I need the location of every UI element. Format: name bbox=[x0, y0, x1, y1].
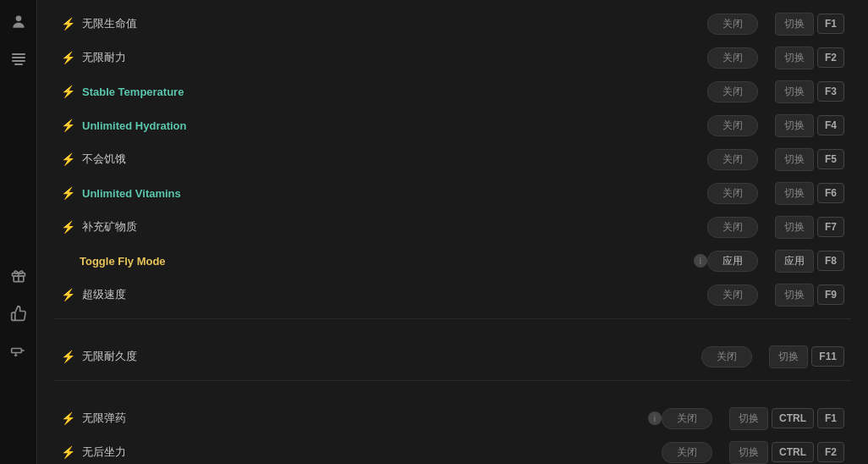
sidebar bbox=[0, 0, 37, 464]
toggle-btn-unlimited-hydration[interactable]: 切换 bbox=[775, 114, 814, 137]
toggle-btn-super-speed[interactable]: 切换 bbox=[775, 284, 814, 307]
toggle-btn-no-hunger[interactable]: 切换 bbox=[775, 148, 814, 171]
bolt-icon: ⚡ bbox=[61, 412, 75, 425]
key-group-stable-temperature: 切换 F3 bbox=[775, 80, 844, 103]
bolt-icon: ⚡ bbox=[61, 445, 75, 459]
key-btn-f9[interactable]: F9 bbox=[817, 284, 844, 305]
toggle-btn-stable-temperature[interactable]: 切换 bbox=[775, 80, 814, 103]
key-btn-f2[interactable]: F2 bbox=[817, 47, 844, 68]
status-badge-stable-temperature[interactable]: 关闭 bbox=[707, 81, 758, 102]
toggle-btn-unlimited-ammo[interactable]: 切换 bbox=[729, 407, 768, 430]
sidebar-icon-thumb[interactable] bbox=[5, 300, 32, 327]
status-badge-unlimited-stamina[interactable]: 关闭 bbox=[707, 47, 758, 69]
cheat-name-unlimited-health: 无限生命值 bbox=[82, 16, 707, 31]
section-survival: ⚡ 无限生命值 关闭 切换 F1 ⚡ 无限耐力 关闭 切换 F2 ⚡ Stabl… bbox=[54, 0, 851, 319]
key-group-unlimited-vitamins: 切换 F6 bbox=[775, 182, 844, 205]
key-btn-f1-health[interactable]: F1 bbox=[817, 14, 844, 34]
status-badge-unlimited-vitamins[interactable]: 关闭 bbox=[707, 183, 758, 204]
key-group-unlimited-ammo: 切换 CTRL F1 bbox=[729, 407, 844, 430]
bolt-icon: ⚡ bbox=[61, 186, 75, 200]
cheat-name-unlimited-durability: 无限耐久度 bbox=[82, 349, 701, 364]
key-btn-f11[interactable]: F11 bbox=[811, 346, 844, 367]
status-badge-no-recoil[interactable]: 关闭 bbox=[662, 442, 712, 463]
cheat-name-no-hunger: 不会饥饿 bbox=[82, 152, 707, 167]
row-unlimited-stamina: ⚡ 无限耐力 关闭 切换 F2 bbox=[54, 41, 851, 75]
status-badge-minerals[interactable]: 关闭 bbox=[707, 217, 758, 238]
key-group-minerals: 切换 F7 bbox=[775, 216, 844, 239]
section-gap-2 bbox=[54, 381, 851, 395]
key-btn-f2-recoil[interactable]: F2 bbox=[817, 442, 844, 462]
bolt-icon: ⚡ bbox=[61, 350, 75, 363]
toggle-btn-unlimited-durability[interactable]: 切换 bbox=[769, 345, 808, 368]
svg-rect-3 bbox=[11, 349, 21, 353]
section-gap-1 bbox=[54, 319, 851, 333]
status-badge-unlimited-health[interactable]: 关闭 bbox=[707, 14, 758, 35]
key-btn-ctrl-recoil[interactable]: CTRL bbox=[772, 442, 814, 462]
status-badge-toggle-fly-mode[interactable]: 应用 bbox=[707, 251, 758, 272]
cheat-name-no-recoil: 无后坐力 bbox=[82, 445, 662, 460]
bolt-icon: ⚡ bbox=[61, 288, 75, 301]
toggle-btn-unlimited-health[interactable]: 切换 bbox=[775, 13, 814, 36]
key-group-no-recoil: 切换 CTRL F2 bbox=[729, 441, 844, 464]
key-group-unlimited-durability: 切换 F11 bbox=[769, 345, 844, 368]
row-toggle-fly-mode: Toggle Fly Mode i 应用 应用 F8 bbox=[54, 244, 851, 278]
info-badge-fly-mode[interactable]: i bbox=[694, 254, 707, 268]
toggle-btn-minerals[interactable]: 切换 bbox=[775, 216, 814, 239]
key-group-unlimited-stamina: 切换 F2 bbox=[775, 47, 844, 69]
bolt-icon: ⚡ bbox=[61, 152, 75, 166]
key-group-toggle-fly-mode: 应用 F8 bbox=[775, 250, 844, 273]
key-btn-f7[interactable]: F7 bbox=[817, 217, 844, 237]
status-badge-unlimited-hydration[interactable]: 关闭 bbox=[707, 115, 758, 136]
row-unlimited-health: ⚡ 无限生命值 关闭 切换 F1 bbox=[54, 7, 851, 41]
key-btn-f6[interactable]: F6 bbox=[817, 183, 844, 203]
cheat-name-unlimited-hydration: Unlimited Hydration bbox=[82, 119, 707, 132]
cheat-name-unlimited-stamina: 无限耐力 bbox=[82, 50, 707, 65]
bolt-icon: ⚡ bbox=[61, 119, 75, 132]
key-group-unlimited-health: 切换 F1 bbox=[775, 13, 844, 36]
row-super-speed: ⚡ 超级速度 关闭 切换 F9 bbox=[54, 278, 851, 312]
toggle-btn-unlimited-vitamins[interactable]: 切换 bbox=[775, 182, 814, 205]
key-group-unlimited-hydration: 切换 F4 bbox=[775, 114, 844, 137]
row-unlimited-hydration: ⚡ Unlimited Hydration 关闭 切换 F4 bbox=[54, 108, 851, 142]
sidebar-icon-gift[interactable] bbox=[5, 262, 32, 290]
toggle-btn-unlimited-stamina[interactable]: 切换 bbox=[775, 47, 814, 69]
cheat-name-unlimited-ammo: 无限弹药 bbox=[82, 411, 644, 426]
cheat-name-super-speed: 超级速度 bbox=[82, 287, 707, 302]
cheat-name-minerals: 补充矿物质 bbox=[82, 219, 707, 235]
bolt-icon: ⚡ bbox=[61, 17, 75, 30]
toggle-btn-no-recoil[interactable]: 切换 bbox=[729, 441, 768, 464]
key-btn-ctrl-ammo[interactable]: CTRL bbox=[772, 408, 814, 428]
cheat-name-toggle-fly-mode: Toggle Fly Mode bbox=[80, 255, 689, 268]
key-group-super-speed: 切换 F9 bbox=[775, 284, 844, 307]
key-group-no-hunger: 切换 F5 bbox=[775, 148, 844, 171]
sidebar-icon-book[interactable] bbox=[5, 46, 32, 73]
row-stable-temperature: ⚡ Stable Temperature 关闭 切换 F3 bbox=[54, 75, 851, 108]
bolt-icon: ⚡ bbox=[61, 85, 75, 98]
row-no-hunger: ⚡ 不会饥饿 关闭 切换 F5 bbox=[54, 142, 851, 176]
status-badge-no-hunger[interactable]: 关闭 bbox=[707, 149, 758, 170]
key-btn-f3[interactable]: F3 bbox=[817, 81, 844, 102]
main-content: ⚡ 无限生命值 关闭 切换 F1 ⚡ 无限耐力 关闭 切换 F2 ⚡ Stabl… bbox=[37, 0, 868, 464]
bolt-icon: ⚡ bbox=[61, 220, 75, 234]
key-btn-f8[interactable]: F8 bbox=[817, 251, 844, 271]
status-badge-unlimited-durability[interactable]: 关闭 bbox=[701, 346, 752, 367]
row-unlimited-ammo: ⚡ 无限弹药 i 关闭 切换 CTRL F1 bbox=[54, 401, 851, 435]
cheat-name-stable-temperature: Stable Temperature bbox=[82, 86, 707, 98]
sidebar-icon-gun[interactable] bbox=[5, 337, 32, 364]
cheat-name-unlimited-vitamins: Unlimited Vitamins bbox=[82, 187, 707, 200]
status-badge-unlimited-ammo[interactable]: 关闭 bbox=[662, 408, 712, 429]
section-durability: ⚡ 无限耐久度 关闭 切换 F11 bbox=[54, 333, 851, 381]
info-badge-ammo[interactable]: i bbox=[648, 412, 662, 425]
row-no-recoil: ⚡ 无后坐力 关闭 切换 CTRL F2 bbox=[54, 435, 851, 464]
sidebar-icon-person[interactable] bbox=[5, 8, 32, 36]
key-btn-f5[interactable]: F5 bbox=[817, 149, 844, 169]
row-unlimited-vitamins: ⚡ Unlimited Vitamins 关闭 切换 F6 bbox=[54, 176, 851, 210]
row-minerals: ⚡ 补充矿物质 关闭 切换 F7 bbox=[54, 210, 851, 244]
svg-point-0 bbox=[15, 16, 21, 22]
section-ammo: ⚡ 无限弹药 i 关闭 切换 CTRL F1 ⚡ 无后坐力 关闭 切换 CTRL… bbox=[54, 395, 851, 464]
key-btn-f4[interactable]: F4 bbox=[817, 115, 844, 135]
status-badge-super-speed[interactable]: 关闭 bbox=[707, 284, 758, 306]
key-btn-f1-ammo[interactable]: F1 bbox=[817, 408, 844, 428]
toggle-btn-toggle-fly-mode[interactable]: 应用 bbox=[775, 250, 814, 273]
bolt-icon: ⚡ bbox=[61, 51, 75, 64]
